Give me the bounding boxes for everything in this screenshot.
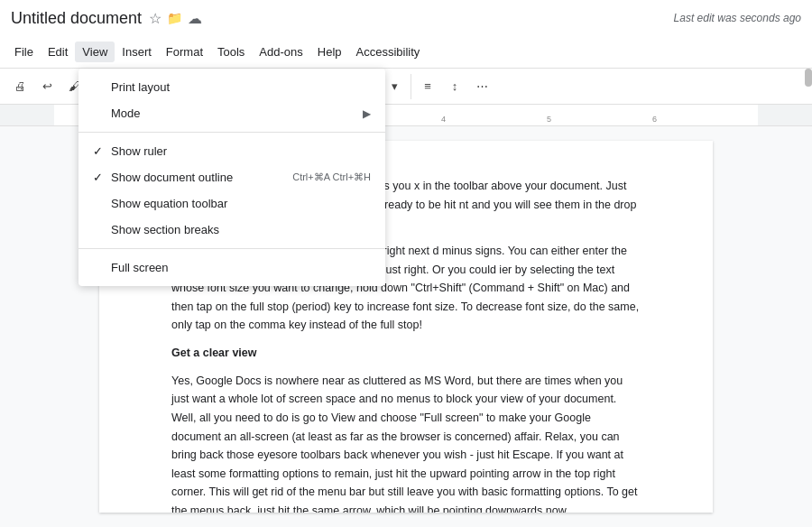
show-outline-check: ✓ xyxy=(93,171,111,184)
menu-item-show-equation[interactable]: Show equation toolbar xyxy=(78,190,385,217)
menu-item-show-section-breaks[interactable]: Show section breaks xyxy=(78,217,385,243)
menu-accessibility[interactable]: Accessibility xyxy=(349,42,428,62)
cloud-icon[interactable]: ☁ xyxy=(188,10,202,27)
full-screen-label: Full screen xyxy=(111,261,371,274)
ruler-mark-6: 6 xyxy=(652,115,657,124)
menu-tools[interactable]: Tools xyxy=(210,42,252,62)
menu-format[interactable]: Format xyxy=(159,42,210,62)
divider-2 xyxy=(78,248,385,249)
menu-file[interactable]: File xyxy=(7,42,41,62)
menu-item-show-ruler[interactable]: ✓ Show ruler xyxy=(78,138,385,164)
show-section-label: Show section breaks xyxy=(111,223,371,236)
menu-item-mode[interactable]: Mode ▶ xyxy=(78,100,385,126)
image-dropdown-btn[interactable]: ▾ xyxy=(382,74,407,99)
toolbar-group-undo: 🖨 ↩ 🖌 xyxy=(7,74,87,99)
undo-btn[interactable]: ↩ xyxy=(34,74,60,99)
line-spacing-btn[interactable]: ↕ xyxy=(442,74,467,99)
show-outline-label: Show document outline xyxy=(111,171,281,184)
menu-insert[interactable]: Insert xyxy=(115,42,159,62)
doc-heading: Get a clear view xyxy=(171,347,257,359)
mode-arrow-icon: ▶ xyxy=(363,107,371,120)
toolbar-group-align: ≡ ↕ ⋯ xyxy=(411,74,494,99)
star-icon[interactable]: ☆ xyxy=(149,10,161,27)
mode-label: Mode xyxy=(111,106,363,120)
menu-edit[interactable]: Edit xyxy=(41,42,75,62)
title-bar: Untitled document ☆ 📁 ☁ Last edit was se… xyxy=(0,0,812,36)
show-ruler-label: Show ruler xyxy=(111,144,371,158)
title-icons: ☆ 📁 ☁ xyxy=(149,10,202,27)
show-outline-shortcut: Ctrl+⌘A Ctrl+⌘H xyxy=(292,171,371,183)
menu-addons[interactable]: Add-ons xyxy=(252,42,309,62)
divider-1 xyxy=(78,132,385,133)
doc-para-3: Yes, Google Docs is nowhere near as clut… xyxy=(171,372,641,513)
folder-icon[interactable]: 📁 xyxy=(167,11,182,25)
menu-item-show-outline[interactable]: ✓ Show document outline Ctrl+⌘A Ctrl+⌘H xyxy=(78,164,385,190)
menu-help[interactable]: Help xyxy=(310,42,349,62)
view-dropdown-menu: Print layout Mode ▶ ✓ Show ruler ✓ Show … xyxy=(78,69,385,286)
print-layout-label: Print layout xyxy=(111,80,371,94)
print-btn[interactable]: 🖨 xyxy=(7,74,32,99)
more-btn[interactable]: ⋯ xyxy=(469,74,494,99)
menu-view[interactable]: View xyxy=(75,42,115,62)
menu-item-full-screen[interactable]: Full screen xyxy=(78,254,385,281)
align-btn[interactable]: ≡ xyxy=(415,74,440,99)
show-ruler-check: ✓ xyxy=(93,144,111,158)
scrollbar-thumb[interactable] xyxy=(805,69,812,87)
last-edit-text: Last edit was seconds ago xyxy=(674,12,801,24)
ruler-mark-5: 5 xyxy=(547,115,551,124)
ruler-mark-4: 4 xyxy=(441,115,446,124)
doc-title[interactable]: Untitled document xyxy=(11,9,142,28)
menu-item-print-layout[interactable]: Print layout xyxy=(78,74,385,100)
menu-bar: File Edit View Insert Format Tools Add-o… xyxy=(0,36,812,69)
show-equation-label: Show equation toolbar xyxy=(111,197,371,210)
